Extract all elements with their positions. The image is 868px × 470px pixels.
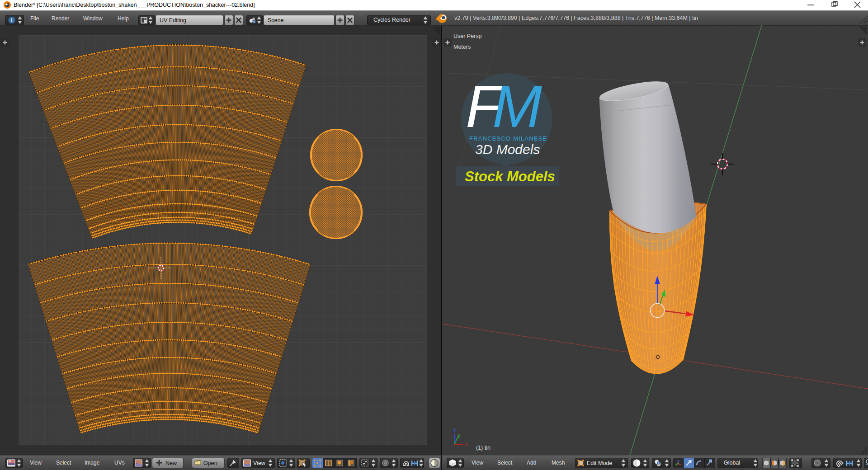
svg-text:M: M [492, 73, 542, 140]
svg-text:Stock Models: Stock Models [465, 169, 555, 184]
svg-text:y: y [458, 433, 460, 438]
svg-text:Edit Mode: Edit Mode [587, 460, 612, 466]
svg-text:Open: Open [203, 460, 217, 466]
svg-text:FRANCESCO MILANESE: FRANCESCO MILANESE [469, 135, 547, 142]
svg-text:(1) tin: (1) tin [476, 445, 491, 451]
svg-text:New: New [165, 460, 177, 466]
svg-text:View: View [253, 460, 266, 466]
svg-text:Meters: Meters [453, 44, 471, 50]
svg-text:User Persp: User Persp [453, 33, 482, 39]
svg-text:3D Models: 3D Models [475, 142, 540, 157]
svg-text:z: z [453, 428, 456, 433]
svg-text:x: x [465, 442, 467, 447]
